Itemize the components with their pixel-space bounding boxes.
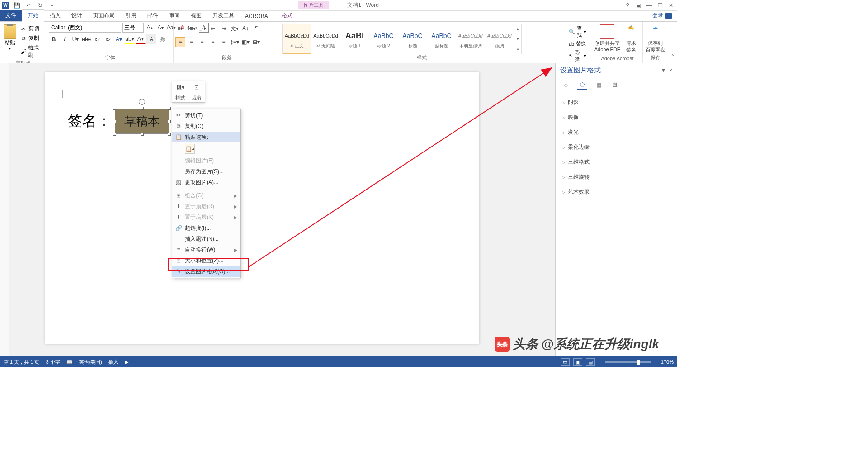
resize-handle-tc[interactable] [141,107,144,110]
resize-handle-tr[interactable] [168,107,171,110]
zoom-level[interactable]: 170% [661,359,674,365]
font-color-button[interactable]: A▾ [136,34,146,44]
highlight-button[interactable]: ab▾ [125,34,135,44]
style-item-1[interactable]: AaBbCcDd↵ 无间隔 [311,24,340,54]
paste-keep-source-button[interactable]: 📋A [185,144,195,154]
panel-section-1[interactable]: ▷ 映像 [556,110,677,125]
insert-mode-status[interactable]: 插入 [108,359,118,366]
align-left-button[interactable]: ≡ [175,37,185,47]
superscript-button[interactable]: x2 [103,34,113,44]
context-menu-item-4[interactable]: 另存为图片(S)... [172,166,240,177]
tab-references[interactable]: 引用 [120,10,142,21]
restore-icon[interactable]: ❐ [656,1,665,10]
italic-button[interactable]: I [60,34,70,44]
panel-close-icon[interactable]: ✕ [669,67,673,73]
panel-section-3[interactable]: ▷ 柔化边缘 [556,140,677,155]
enclose-char-button[interactable]: ㊕ [157,34,167,44]
panel-section-6[interactable]: ▷ 艺术效果 [556,185,677,199]
numbering-button[interactable]: 1≡▾ [186,24,196,33]
style-item-7[interactable]: AaBbCcDd强调 [485,24,514,54]
multilevel-button[interactable]: ⬚▾ [197,24,207,33]
find-button[interactable]: 🔍查找▾ [568,24,587,39]
tab-design[interactable]: 设计 [66,10,88,21]
select-button[interactable]: ↖选择▾ [568,48,587,63]
decrease-indent-button[interactable]: ⇤ [208,24,218,33]
increase-indent-button[interactable]: ⇥ [219,24,229,33]
tab-home[interactable]: 开始 [22,9,44,22]
copy-button[interactable]: ⧉复制 [19,34,45,43]
style-item-4[interactable]: AaBbC标题 [398,24,427,54]
context-menu-item-0[interactable]: ✂剪切(T) [172,110,240,121]
align-right-button[interactable]: ≡ [197,37,207,47]
web-layout-icon[interactable]: ▤ [586,358,595,366]
word-count-status[interactable]: 3 个字 [46,359,60,366]
shading-button[interactable]: ◧▾ [241,37,250,47]
styles-expand-icon[interactable]: ≡ [514,44,521,54]
print-layout-icon[interactable]: ▣ [573,358,582,366]
save-icon[interactable]: 💾 [13,1,21,9]
styles-gallery[interactable]: AaBbCcDd↵ 正文AaBbCcDd↵ 无间隔AaBl标题 1AaBbC标题… [282,24,522,54]
panel-tab-fill-icon[interactable]: ◇ [561,80,571,90]
format-painter-button[interactable]: 🖌格式刷 [19,43,45,60]
bullets-button[interactable]: ≡▾ [175,24,185,33]
strikethrough-button[interactable]: abc [81,34,91,44]
panel-section-0[interactable]: ▷ 阴影 [556,95,677,110]
tab-file[interactable]: 文件 [0,10,22,21]
tab-mailings[interactable]: 邮件 [142,10,164,21]
selected-picture[interactable]: 草稿本 [115,109,169,134]
context-menu-item-1[interactable]: ⧉复制(C) [172,121,240,132]
resize-handle-ml[interactable] [113,120,116,123]
panel-tab-effects-icon[interactable]: ⬠ [577,80,587,90]
align-justify-button[interactable]: ≡ [208,37,218,47]
shrink-font-button[interactable]: A▾ [156,23,165,33]
collapse-ribbon-icon[interactable]: ˄ [668,22,677,63]
resize-handle-bl[interactable] [113,133,116,136]
replace-button[interactable]: ab替换 [568,40,587,47]
tab-insert[interactable]: 插入 [44,10,66,21]
styles-scroll-up-icon[interactable]: ▴ [514,24,521,34]
tab-format[interactable]: 格式 [276,10,298,21]
create-pdf-button[interactable]: 创建并共享 Adobe PDF [594,23,620,52]
panel-tab-layout-icon[interactable]: ▦ [594,80,604,90]
subscript-button[interactable]: x2 [92,34,102,44]
resize-handle-tl[interactable] [113,107,116,110]
asian-layout-button[interactable]: 文▾ [230,24,240,33]
mini-crop-button[interactable]: ⊡ [189,81,205,94]
tab-review[interactable]: 审阅 [164,10,185,21]
font-size-input[interactable] [122,23,144,33]
help-icon[interactable]: ? [623,1,632,10]
grow-font-button[interactable]: A▴ [145,23,155,33]
context-menu-item-5[interactable]: 🖼更改图片(A)... [172,177,240,188]
login-link[interactable]: 登录 [651,10,674,21]
paste-button[interactable]: 粘贴 ▾ [2,23,18,51]
panel-tab-picture-icon[interactable]: 🖼 [610,80,620,90]
text-effects-button[interactable]: A▾ [114,34,124,44]
borders-button[interactable]: ⊞▾ [251,37,261,47]
context-menu-item-14[interactable]: ✎设置图片格式(O)... [172,266,240,277]
qat-customize-icon[interactable]: ▾ [48,1,56,9]
spellcheck-icon[interactable]: 📖 [66,359,73,365]
resize-handle-mr[interactable] [168,120,171,123]
minimize-icon[interactable]: — [645,1,654,10]
read-mode-icon[interactable]: ▭ [561,358,570,366]
ribbon-display-icon[interactable]: ▣ [634,1,643,10]
context-menu-item-10[interactable]: 🔗超链接(I)... [172,223,240,233]
document-page[interactable]: 签名： 草稿本 [45,72,479,344]
undo-icon[interactable]: ↶ [24,1,33,9]
redo-icon[interactable]: ↻ [36,1,44,9]
context-menu-item-12[interactable]: ≡自动换行(W)▶ [172,244,240,255]
request-sign-button[interactable]: ✍请求 签名 [621,23,641,53]
zoom-in-icon[interactable]: + [654,359,657,365]
macro-icon[interactable]: ▶ [125,359,128,365]
rotate-handle[interactable] [139,99,145,105]
language-status[interactable]: 英语(美国) [79,359,102,366]
char-shading-button[interactable]: A [146,34,156,44]
style-item-3[interactable]: AaBbC标题 2 [369,24,398,54]
show-marks-button[interactable]: ¶ [251,24,261,33]
tab-layout[interactable]: 页面布局 [88,10,120,21]
mini-style-button[interactable]: 🖼▾ [172,81,189,94]
style-item-2[interactable]: AaBl标题 1 [340,24,369,54]
save-baidu-button[interactable]: ☁保存到 百度网盘 [645,23,666,53]
resize-handle-br[interactable] [168,133,171,136]
line-spacing-button[interactable]: ‡≡▾ [230,37,240,47]
